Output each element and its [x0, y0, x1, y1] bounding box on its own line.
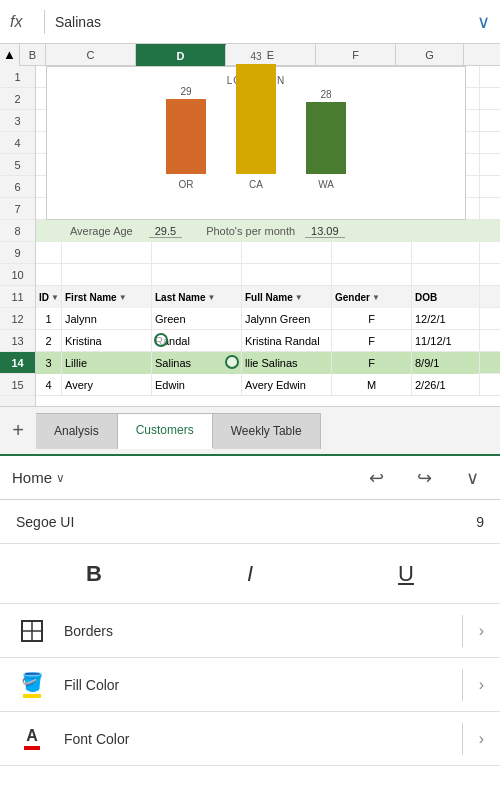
format-row: B I U — [0, 544, 500, 604]
row-num-10[interactable]: 10 — [0, 264, 35, 286]
bar-or-label: OR — [179, 179, 194, 190]
fill-color-row[interactable]: 🪣 Fill Color › — [0, 658, 500, 712]
chart: Location 29 OR 43 CA 28 WA — [46, 66, 466, 220]
col-header-f[interactable]: F — [316, 44, 396, 66]
italic-button[interactable]: I — [220, 552, 280, 596]
bar-ca: 43 CA — [236, 51, 276, 190]
formula-value[interactable]: Salinas — [55, 14, 467, 30]
row-num-4[interactable]: 4 — [0, 132, 35, 154]
borders-divider — [462, 615, 463, 647]
row-num-13[interactable]: 13 — [0, 330, 35, 352]
bar-wa-rect — [306, 102, 346, 174]
bar-wa: 28 WA — [306, 89, 346, 190]
add-tab-button[interactable]: + — [0, 413, 36, 449]
spreadsheet-area: 1 2 3 4 5 6 7 8 9 10 11 12 13 14 15 — [0, 66, 500, 406]
formula-divider — [44, 10, 45, 34]
table-row-2[interactable]: 2 Kristina Randal Kristina Randal F 11/1… — [36, 330, 500, 352]
bar-or-value: 29 — [180, 86, 191, 97]
col-header-b[interactable]: B — [20, 44, 46, 66]
bar-ca-value: 43 — [250, 51, 261, 62]
borders-icon — [16, 615, 48, 647]
row-num-1[interactable]: 1 — [0, 66, 35, 88]
bar-wa-label: WA — [318, 179, 334, 190]
corner-cell: ▲ — [0, 44, 20, 66]
fill-color-divider — [462, 669, 463, 701]
underline-button[interactable]: U — [376, 552, 436, 596]
row-num-9[interactable]: 9 — [0, 242, 35, 264]
table-row-4[interactable]: 4 Avery Edwin Avery Edwin M 2/26/1 — [36, 374, 500, 396]
ss-row-8: Average Age 29.5 Photo's per month 13.09 — [36, 220, 500, 242]
font-color-label: Font Color — [64, 731, 446, 747]
row-num-15[interactable]: 15 — [0, 374, 35, 396]
font-color-divider — [462, 723, 463, 755]
tab-weekly-table[interactable]: Weekly Table — [213, 413, 321, 449]
photos-value: 13.09 — [305, 225, 345, 238]
chart-bars: 29 OR 43 CA 28 WA — [55, 90, 457, 190]
ss-row-10[interactable] — [36, 264, 500, 286]
row-num-2[interactable]: 2 — [0, 88, 35, 110]
bar-or-rect — [166, 99, 206, 174]
avg-age-value: 29.5 — [149, 225, 182, 238]
home-label: Home — [12, 469, 52, 486]
borders-chevron-icon[interactable]: › — [479, 622, 484, 640]
undo-button[interactable]: ↩ — [360, 462, 392, 494]
table-row-1[interactable]: 1 Jalynn Green Jalynn Green F 12/2/1 — [36, 308, 500, 330]
formula-chevron-icon[interactable]: ∨ — [477, 11, 490, 33]
row-num-14[interactable]: 14 — [0, 352, 35, 374]
stats-cell: Average Age 29.5 Photo's per month 13.09 — [61, 220, 500, 242]
row-num-5[interactable]: 5 — [0, 154, 35, 176]
ss-row-11: ID ▼ First Name ▼ Last Name ▼ Full Name … — [36, 286, 500, 308]
photos-label: Photo's per month — [206, 225, 295, 237]
home-menu[interactable]: Home ∨ — [12, 469, 65, 486]
ss-row-9[interactable] — [36, 242, 500, 264]
bar-ca-label: CA — [249, 179, 263, 190]
col-header-g[interactable]: G — [396, 44, 464, 66]
row-numbers: 1 2 3 4 5 6 7 8 9 10 11 12 13 14 15 — [0, 66, 36, 406]
avg-age-label: Average Age — [70, 225, 133, 237]
fill-color-icon: 🪣 — [16, 669, 48, 701]
toolbar: Home ∨ ↩ ↪ ∨ — [0, 456, 500, 500]
borders-label: Borders — [64, 623, 446, 639]
row-num-12[interactable]: 12 — [0, 308, 35, 330]
row-num-11[interactable]: 11 — [0, 286, 35, 308]
font-row: Segoe UI 9 — [0, 500, 500, 544]
bold-button[interactable]: B — [64, 552, 124, 596]
row-num-7[interactable]: 7 — [0, 198, 35, 220]
row-num-8[interactable]: 8 — [0, 220, 35, 242]
col-header-d[interactable]: D — [136, 44, 226, 66]
row-num-6[interactable]: 6 — [0, 176, 35, 198]
fill-color-chevron-icon[interactable]: › — [479, 676, 484, 694]
font-color-chevron-icon[interactable]: › — [479, 730, 484, 748]
borders-row[interactable]: Borders › — [0, 604, 500, 658]
home-chevron-icon[interactable]: ∨ — [56, 471, 65, 485]
font-color-row[interactable]: A Font Color › — [0, 712, 500, 766]
bar-wa-value: 28 — [320, 89, 331, 100]
tab-customers-label: Customers — [136, 423, 194, 437]
tab-analysis[interactable]: Analysis — [36, 413, 118, 449]
font-color-icon: A — [16, 723, 48, 755]
tab-customers[interactable]: Customers — [118, 413, 213, 449]
redo-button[interactable]: ↪ — [408, 462, 440, 494]
fill-color-label: Fill Color — [64, 677, 446, 693]
font-name[interactable]: Segoe UI — [16, 514, 74, 530]
col-header-c[interactable]: C — [46, 44, 136, 66]
tab-weekly-table-label: Weekly Table — [231, 424, 302, 438]
tab-analysis-label: Analysis — [54, 424, 99, 438]
formula-bar: fx Salinas ∨ — [0, 0, 500, 44]
bar-or: 29 OR — [166, 86, 206, 190]
bar-ca-rect — [236, 64, 276, 174]
fx-icon: fx — [10, 13, 34, 31]
tabs-bar: + Analysis Customers Weekly Table — [0, 406, 500, 456]
more-button[interactable]: ∨ — [456, 462, 488, 494]
row-num-3[interactable]: 3 — [0, 110, 35, 132]
table-row-3[interactable]: 3 Lillie Salinas llie Salinas F 8/9/1 — [36, 352, 500, 374]
font-size[interactable]: 9 — [476, 514, 484, 530]
